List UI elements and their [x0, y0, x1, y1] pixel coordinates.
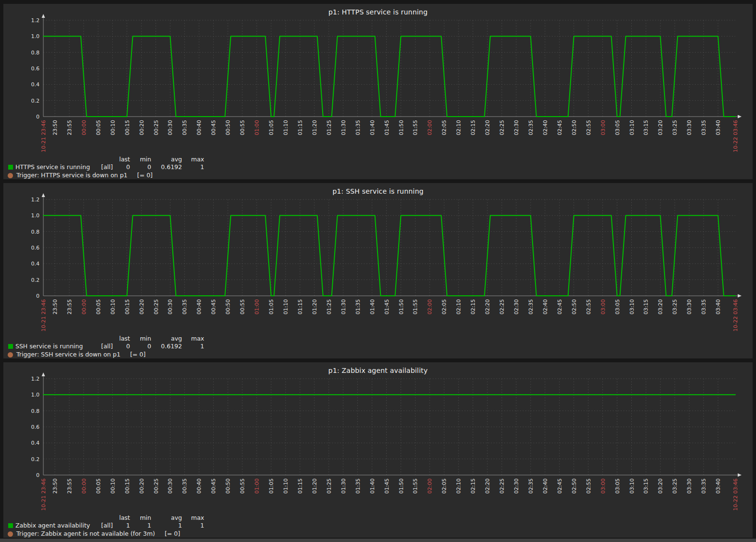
svg-text:0.6: 0.6: [31, 66, 40, 72]
svg-text:1.0: 1.0: [31, 33, 40, 40]
svg-text:0.6: 0.6: [31, 245, 40, 251]
legend-series-row: Zabbix agent availability [all] 1 1 1 1: [3, 522, 204, 529]
stat-last: 0: [115, 163, 130, 172]
svg-text:01:15: 01:15: [297, 478, 303, 494]
svg-text:02:50: 02:50: [571, 478, 577, 494]
svg-text:23:50: 23:50: [52, 299, 58, 315]
ssh-chart-plot[interactable]: 00.20.40.60.81.01.223:5023:5500:0000:050…: [3, 183, 753, 335]
svg-text:02:05: 02:05: [441, 120, 447, 135]
svg-text:00:35: 00:35: [182, 299, 188, 315]
svg-text:00:55: 00:55: [239, 120, 246, 135]
stat-header-max: max: [182, 335, 204, 343]
svg-text:01:00: 01:00: [254, 299, 260, 315]
svg-text:02:05: 02:05: [441, 478, 447, 494]
svg-text:01:00: 01:00: [254, 478, 260, 494]
svg-text:02:25: 02:25: [499, 120, 505, 135]
svg-text:00:00: 00:00: [81, 299, 87, 315]
https-chart-plot[interactable]: 00.20.40.60.81.01.223:5023:5500:0000:050…: [3, 4, 753, 156]
svg-text:02:15: 02:15: [470, 299, 476, 315]
svg-text:00:30: 00:30: [167, 478, 173, 494]
svg-text:03:00: 03:00: [600, 299, 606, 315]
svg-text:23:55: 23:55: [66, 120, 73, 135]
svg-text:10-21 23:46: 10-21 23:46: [40, 478, 47, 511]
svg-text:03:25: 03:25: [672, 478, 678, 494]
svg-text:00:45: 00:45: [210, 120, 217, 135]
svg-text:00:25: 00:25: [153, 478, 159, 494]
bottom-scrollbar-strip[interactable]: [0, 539, 756, 542]
svg-text:01:55: 01:55: [412, 299, 418, 315]
svg-text:00:35: 00:35: [182, 478, 188, 494]
svg-text:23:50: 23:50: [52, 478, 58, 494]
svg-text:02:20: 02:20: [484, 120, 491, 135]
svg-text:10-21 23:46: 10-21 23:46: [40, 120, 47, 152]
legend-series-row: SSH service is running [all] 0 0 0.6192 …: [3, 343, 204, 350]
stat-header-last: last: [115, 156, 130, 163]
svg-text:02:40: 02:40: [542, 299, 548, 315]
svg-text:01:55: 01:55: [412, 478, 418, 494]
svg-text:00:10: 00:10: [110, 478, 116, 494]
svg-text:00:05: 00:05: [95, 120, 102, 135]
svg-text:01:40: 01:40: [369, 478, 376, 494]
svg-text:03:05: 03:05: [614, 299, 621, 315]
svg-text:00:25: 00:25: [153, 299, 159, 315]
legend-trigger-row: Trigger: HTTPS service is down on p1 [= …: [3, 172, 153, 179]
svg-text:02:20: 02:20: [484, 478, 491, 494]
svg-text:0.8: 0.8: [31, 229, 40, 235]
svg-text:01:45: 01:45: [384, 299, 390, 315]
svg-text:01:20: 01:20: [312, 120, 318, 135]
svg-text:00:40: 00:40: [196, 120, 202, 135]
stat-max: 1: [182, 343, 204, 351]
svg-text:03:40: 03:40: [715, 299, 721, 315]
series-scope: [all]: [98, 163, 115, 172]
svg-text:03:30: 03:30: [686, 478, 692, 494]
svg-text:00:50: 00:50: [225, 120, 231, 135]
svg-text:03:15: 03:15: [643, 299, 649, 315]
series-name: HTTPS service is running: [15, 163, 98, 172]
svg-text:02:00: 02:00: [427, 299, 433, 315]
svg-text:03:15: 03:15: [643, 478, 649, 494]
svg-text:03:20: 03:20: [657, 120, 664, 135]
svg-text:01:50: 01:50: [398, 299, 404, 315]
svg-text:03:35: 03:35: [701, 299, 707, 315]
legend-stats-header: last min avg max: [3, 514, 204, 522]
svg-text:00:15: 00:15: [124, 120, 130, 135]
trigger-condition: [= 0]: [130, 351, 145, 358]
svg-text:02:10: 02:10: [456, 478, 462, 494]
svg-text:01:15: 01:15: [297, 299, 303, 315]
stat-header-min: min: [130, 514, 151, 522]
svg-text:00:30: 00:30: [167, 120, 173, 135]
svg-text:03:40: 03:40: [715, 478, 721, 494]
svg-text:01:45: 01:45: [384, 120, 390, 135]
svg-text:0.4: 0.4: [31, 440, 40, 446]
svg-text:01:05: 01:05: [268, 299, 274, 315]
svg-text:23:50: 23:50: [52, 120, 58, 135]
trigger-condition: [= 0]: [165, 530, 180, 538]
svg-text:1.2: 1.2: [31, 17, 40, 24]
svg-text:02:55: 02:55: [586, 299, 592, 315]
svg-text:03:00: 03:00: [600, 478, 606, 494]
agent-chart-plot[interactable]: 00.20.40.60.81.01.223:5023:5500:0000:050…: [3, 362, 753, 515]
graph-panel-agent: p1: Zabbix agent availability 00.20.40.6…: [3, 362, 753, 538]
svg-text:1.0: 1.0: [31, 212, 40, 219]
svg-text:01:40: 01:40: [369, 120, 376, 135]
trigger-color-swatch: [8, 173, 13, 178]
svg-text:02:35: 02:35: [528, 120, 534, 135]
svg-text:02:10: 02:10: [456, 299, 462, 315]
svg-text:01:05: 01:05: [268, 120, 274, 135]
series-name: Zabbix agent availability: [15, 522, 98, 530]
svg-text:1.2: 1.2: [31, 376, 40, 382]
svg-text:10-22 03:46: 10-22 03:46: [732, 299, 739, 331]
svg-text:01:00: 01:00: [254, 120, 260, 135]
svg-text:0.2: 0.2: [31, 98, 40, 104]
svg-text:00:10: 00:10: [110, 299, 116, 315]
stat-avg: 0.6192: [151, 343, 182, 351]
stat-header-max: max: [182, 514, 204, 522]
series-scope: [all]: [98, 343, 115, 351]
stat-header-min: min: [130, 156, 151, 163]
svg-text:01:25: 01:25: [326, 120, 332, 135]
svg-text:03:40: 03:40: [715, 120, 721, 135]
svg-text:00:20: 00:20: [139, 478, 145, 494]
svg-text:00:45: 00:45: [210, 478, 217, 494]
stat-header-last: last: [115, 514, 130, 522]
graph-panel-https: p1: HTTPS service is running 00.20.40.60…: [3, 4, 753, 179]
